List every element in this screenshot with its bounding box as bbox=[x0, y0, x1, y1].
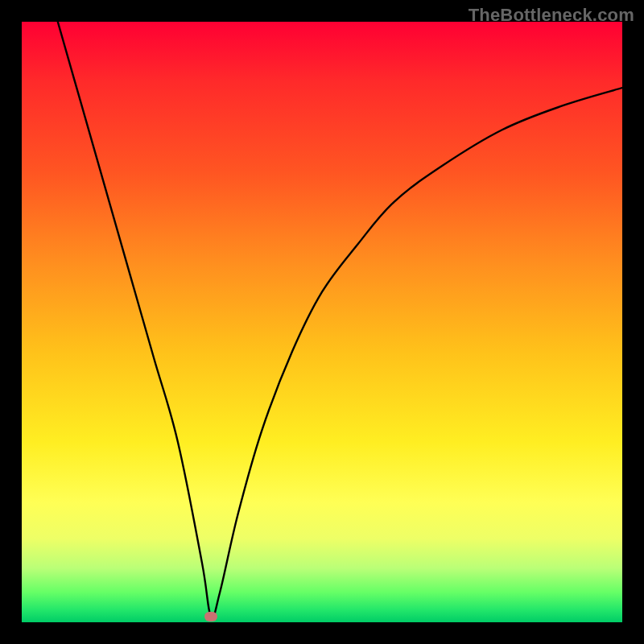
bottleneck-curve bbox=[22, 22, 622, 622]
minimum-marker bbox=[204, 612, 217, 621]
chart-frame: TheBottleneck.com bbox=[0, 0, 644, 644]
plot-area bbox=[22, 22, 622, 622]
watermark-text: TheBottleneck.com bbox=[469, 5, 634, 26]
